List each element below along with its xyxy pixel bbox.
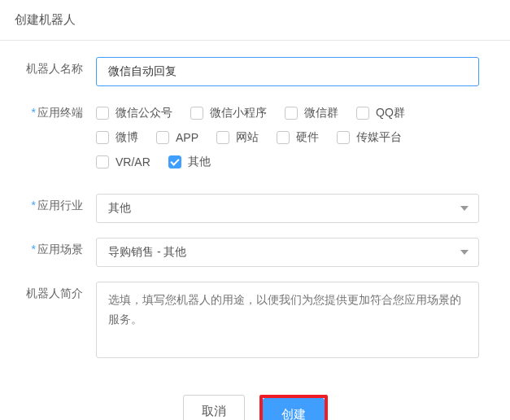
checkbox-label: 微信小程序 <box>210 106 267 120</box>
checkbox-label: VR/AR <box>116 155 150 168</box>
industry-select[interactable]: 其他 <box>96 194 479 223</box>
cancel-button[interactable]: 取消 <box>183 395 245 420</box>
label-scenario: 应用场景 <box>15 238 96 257</box>
checkbox-label: 微博 <box>116 130 138 145</box>
checkbox-label: 微信群 <box>304 106 338 120</box>
checkbox-icon <box>156 131 169 144</box>
checkbox-icon <box>337 131 350 144</box>
label-description: 机器人简介 <box>15 282 96 301</box>
robot-name-input[interactable] <box>96 57 479 86</box>
terminal-checkbox[interactable]: 微信公众号 <box>96 106 172 120</box>
chevron-down-icon <box>460 206 469 211</box>
checkbox-icon <box>277 131 290 144</box>
row-description: 机器人简介 <box>15 282 495 361</box>
row-terminal: 应用终端 微信公众号微信小程序微信群QQ群微博APP网站硬件传媒平台VR/AR其… <box>15 101 495 179</box>
terminal-checkbox-group: 微信公众号微信小程序微信群QQ群微博APP网站硬件传媒平台VR/AR其他 <box>96 101 479 179</box>
dialog-footer: 取消 创建 <box>0 383 510 420</box>
checkbox-label: 传媒平台 <box>356 130 402 145</box>
terminal-checkbox[interactable]: VR/AR <box>96 155 150 169</box>
label-robot-name: 机器人名称 <box>15 57 96 77</box>
create-button-highlight: 创建 <box>259 395 328 420</box>
create-robot-dialog: 创建机器人 机器人名称 应用终端 微信公众号微信小程序微信群QQ群微博APP网站… <box>0 0 510 420</box>
terminal-checkbox[interactable]: 微信群 <box>285 106 338 120</box>
label-terminal: 应用终端 <box>15 101 96 120</box>
checkbox-icon <box>96 107 109 120</box>
checkbox-label: APP <box>176 131 198 144</box>
checkbox-label: 其他 <box>188 155 211 169</box>
terminal-checkbox[interactable]: 传媒平台 <box>337 130 402 145</box>
dialog-body: 机器人名称 应用终端 微信公众号微信小程序微信群QQ群微博APP网站硬件传媒平台… <box>0 41 510 383</box>
checkbox-icon <box>190 107 203 120</box>
checkbox-icon <box>285 107 298 120</box>
scenario-select[interactable]: 导购销售 - 其他 <box>96 238 479 267</box>
row-scenario: 应用场景 导购销售 - 其他 <box>15 238 495 267</box>
checkbox-icon <box>96 131 109 144</box>
checkbox-icon <box>168 155 181 168</box>
terminal-checkbox[interactable]: 硬件 <box>277 130 319 145</box>
terminal-checkbox[interactable]: QQ群 <box>356 106 405 120</box>
dialog-title: 创建机器人 <box>0 0 510 41</box>
create-button[interactable]: 创建 <box>263 398 325 420</box>
terminal-checkbox[interactable]: 网站 <box>216 130 259 145</box>
description-textarea[interactable] <box>96 282 479 358</box>
terminal-checkbox[interactable]: 微信小程序 <box>190 106 267 120</box>
label-industry: 应用行业 <box>15 194 96 213</box>
checkbox-label: 网站 <box>236 130 259 145</box>
row-industry: 应用行业 其他 <box>15 194 495 223</box>
scenario-select-value: 导购销售 - 其他 <box>108 245 186 260</box>
row-robot-name: 机器人名称 <box>15 57 495 86</box>
checkbox-icon <box>216 131 229 144</box>
checkbox-icon <box>356 107 369 120</box>
industry-select-value: 其他 <box>108 201 131 216</box>
chevron-down-icon <box>460 250 469 255</box>
checkbox-label: 硬件 <box>296 130 319 145</box>
terminal-checkbox[interactable]: APP <box>156 130 198 145</box>
checkbox-label: QQ群 <box>376 106 405 120</box>
checkbox-icon <box>96 155 109 168</box>
terminal-checkbox[interactable]: 其他 <box>168 155 211 169</box>
terminal-checkbox[interactable]: 微博 <box>96 130 138 145</box>
checkbox-label: 微信公众号 <box>116 106 172 120</box>
